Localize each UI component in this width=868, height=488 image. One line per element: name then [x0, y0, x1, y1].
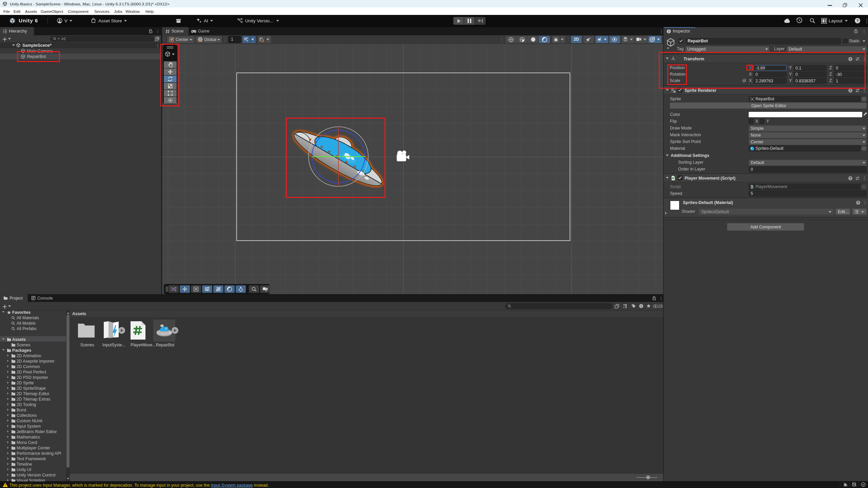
svg-text:?: ?	[849, 177, 851, 180]
svg-text:?: ?	[857, 201, 859, 204]
svg-text:Y: Y	[246, 39, 248, 42]
svg-text:?: ?	[849, 89, 851, 92]
svg-text:?: ?	[856, 19, 859, 23]
